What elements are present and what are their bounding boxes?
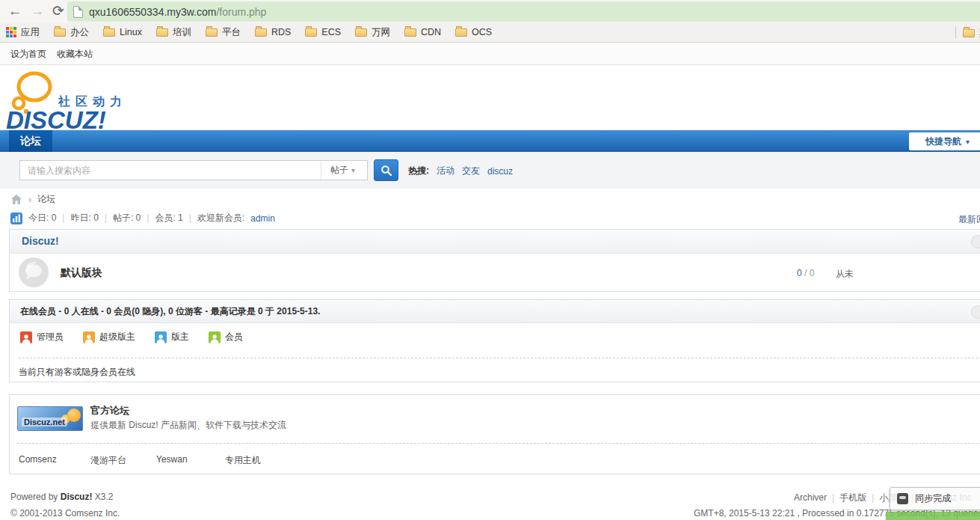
folder-icon — [206, 28, 218, 37]
bookmark-label: CDN — [421, 27, 441, 37]
partner-link[interactable]: Yeswan — [156, 454, 188, 465]
other-bookmarks[interactable]: 其他书签 — [963, 27, 980, 40]
partner-link[interactable]: 漫游平台 — [90, 454, 126, 467]
legend-item: 会员 — [209, 331, 243, 343]
partner-link[interactable]: Comsenz — [19, 454, 57, 465]
discuz-net-logo[interactable]: Discuz.net — [17, 406, 83, 431]
sync-toast: 同步完成 — [890, 487, 980, 510]
page-icon — [73, 6, 83, 18]
home-icon[interactable] — [10, 194, 22, 205]
search-input[interactable] — [20, 161, 321, 180]
tab-forum[interactable]: 论坛 — [9, 130, 52, 152]
collapse-button[interactable] — [971, 235, 980, 248]
bookmark-label: RDS — [271, 27, 291, 37]
stat-posts: 帖子: 0 — [113, 212, 149, 224]
address-bar[interactable]: qxu1606550334.my3w.com/forum.php — [67, 1, 980, 22]
bookmark-apps[interactable]: 应用 — [6, 26, 40, 39]
apps-grid-icon — [6, 27, 16, 37]
search-strip: 帖子 热搜: 活动 交友 discuz — [0, 152, 980, 189]
bookmark-item[interactable]: RDS — [255, 27, 291, 37]
browser-toolbar: ← → ⟳ qxu1606550334.my3w.com/forum.php — [0, 0, 980, 22]
online-box: 在线会员 - 0 人在线 - 0 会员(0 隐身), 0 位游客 - 最高记录是… — [9, 299, 980, 382]
category-box: Discuz! 默认版块 0 / 0 从未 — [9, 229, 980, 292]
footer-version: X3.2 — [95, 492, 114, 502]
new-member-link[interactable]: admin — [250, 213, 275, 224]
main-nav: 论坛 快捷导航 — [0, 130, 980, 152]
partner-link[interactable]: 专用主机 — [225, 454, 261, 467]
quick-nav-button[interactable]: 快捷导航 — [909, 132, 980, 150]
forward-icon[interactable]: → — [28, 2, 46, 20]
mobile-link[interactable]: 手机版 — [839, 492, 879, 503]
bookmark-item[interactable]: ECS — [305, 27, 341, 37]
folder-icon — [103, 28, 115, 37]
search-scope-select[interactable]: 帖子 — [321, 161, 367, 180]
bookmark-label: 培训 — [173, 26, 191, 39]
bookmark-item[interactable]: CDN — [404, 27, 441, 37]
legend-label: 管理员 — [37, 331, 64, 343]
bookmark-label: 平台 — [222, 26, 241, 39]
breadcrumb-forum[interactable]: 论坛 — [37, 193, 55, 206]
discuz-net-logo-text: Discuz.net — [22, 417, 67, 426]
admin-role-icon — [20, 331, 32, 343]
hot-search-label: 热搜: — [408, 165, 429, 177]
hot-search-row: 热搜: 活动 交友 discuz — [408, 165, 513, 177]
stat-today: 今日: 0 — [28, 212, 64, 224]
quick-nav-label: 快捷导航 — [925, 136, 961, 147]
bookmarks-bar: 应用 办公 Linux 培训 平台 RDS ECS 万网 CDN OCS 其他书… — [0, 22, 980, 43]
site-logo[interactable]: 社区动力 DISCUZ! — [6, 69, 200, 129]
online-empty-text: 当前只有游客或隐身会员在线 — [19, 366, 135, 379]
set-home-link[interactable]: 设为首页 — [10, 48, 46, 61]
collapse-button[interactable] — [971, 305, 980, 319]
bookmark-item[interactable]: 培训 — [156, 26, 191, 39]
official-forum-desc: 提供最新 Discuz! 产品新闻、软件下载与技术交流 — [90, 419, 286, 432]
dashed-divider — [17, 443, 980, 444]
folder-icon — [255, 28, 267, 37]
stat-members: 会员: 1 — [155, 212, 191, 224]
back-icon[interactable]: ← — [6, 2, 24, 20]
legend-item: 管理员 — [20, 331, 64, 343]
sync-icon — [897, 493, 908, 504]
login-panel: 用户名 自动登录 密码 登录 找回密码 立即注册 — [681, 78, 980, 124]
hot-link[interactable]: discuz — [487, 166, 513, 177]
official-forum-link[interactable]: 官方论坛 — [90, 404, 129, 417]
bookmark-label: 万网 — [372, 26, 390, 39]
bookmark-item[interactable]: 办公 — [54, 26, 89, 39]
sync-toast-text: 同步完成 — [915, 492, 951, 505]
bookmark-label: Linux — [120, 27, 142, 37]
hot-link[interactable]: 活动 — [437, 165, 454, 177]
archiver-link[interactable]: Archiver — [794, 492, 839, 503]
add-favorite-link[interactable]: 收藏本站 — [57, 48, 93, 61]
online-header: 在线会员 - 0 人在线 - 0 会员(0 隐身), 0 位游客 - 最高记录是… — [10, 300, 980, 323]
site-topstrip: 设为首页 收藏本站 — [0, 43, 980, 65]
folder-icon — [355, 28, 367, 37]
member-role-icon — [209, 331, 221, 343]
green-highlight — [886, 512, 980, 520]
legend-label: 会员 — [225, 331, 243, 343]
forum-lastpost: 从未 — [836, 268, 854, 281]
bookmark-item[interactable]: OCS — [455, 27, 492, 37]
folder-icon — [156, 28, 168, 37]
dashed-divider — [19, 358, 980, 358]
bookmark-label: 应用 — [21, 26, 40, 39]
legend-label: 超级版主 — [99, 331, 135, 343]
stat-yesterday: 昨日: 0 — [70, 212, 106, 224]
latest-replies-link[interactable]: 最新回复 — [958, 213, 980, 226]
bookmarks-divider — [955, 26, 956, 38]
search-button[interactable] — [374, 159, 398, 181]
post-count: 0 — [810, 268, 815, 278]
online-legend: 管理员 超级版主 版主 会员 — [20, 331, 243, 343]
hot-link[interactable]: 交友 — [462, 165, 480, 177]
forum-name-link[interactable]: 默认版块 — [61, 266, 102, 280]
legend-item: 超级版主 — [83, 331, 135, 343]
bookmark-item[interactable]: Linux — [103, 27, 142, 37]
folder-icon — [404, 28, 416, 37]
bookmark-item[interactable]: 万网 — [355, 26, 390, 39]
powered-by: Powered by Discuz! X3.2 — [10, 492, 113, 502]
legend-label: 版主 — [171, 331, 189, 343]
footer-brand: Discuz! — [61, 492, 93, 502]
crumb-separator: › — [28, 195, 31, 205]
stats-chart-icon — [10, 212, 22, 224]
bookmark-item[interactable]: 平台 — [206, 26, 241, 39]
refresh-icon[interactable]: ⟳ — [49, 2, 67, 20]
url-path: /forum.php — [216, 6, 266, 18]
